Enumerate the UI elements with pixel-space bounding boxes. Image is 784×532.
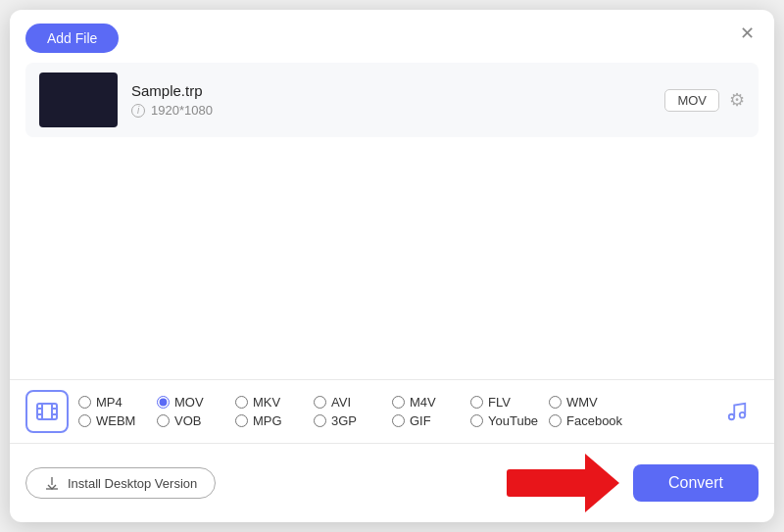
format-row-1: MP4 MOV MKV AVI M4V FLV WM [78,395,706,410]
music-icon[interactable] [715,390,759,433]
arrow-body [507,469,585,497]
file-thumbnail [39,73,118,127]
format-option-facebook[interactable]: Facebook [549,413,627,428]
file-info: Sample.trp i 1920*1080 [131,82,651,118]
file-item: Sample.trp i 1920*1080 MOV ⚙ [25,63,759,137]
info-icon: i [131,104,145,118]
close-button[interactable]: ✕ [735,22,759,45]
format-options-container: MP4 MOV MKV AVI M4V FLV WM [78,395,706,428]
format-option-vob[interactable]: VOB [157,413,235,428]
red-arrow-indicator [507,454,619,512]
file-name: Sample.trp [131,82,651,99]
settings-icon[interactable]: ⚙ [729,89,745,111]
svg-point-7 [729,414,735,420]
format-row-2: WEBM VOB MPG 3GP GIF YouTube [78,413,706,428]
format-option-mpg[interactable]: MPG [235,413,314,428]
format-option-avi[interactable]: AVI [314,395,392,410]
file-actions: MOV ⚙ [664,89,745,112]
install-button-label: Install Desktop Version [68,476,197,491]
format-option-wmv[interactable]: WMV [549,395,627,410]
add-file-button[interactable]: Add File [25,24,119,53]
format-badge[interactable]: MOV [664,89,719,112]
format-selector-area: MP4 MOV MKV AVI M4V FLV WM [10,379,774,443]
file-resolution: 1920*1080 [151,103,213,118]
format-option-m4v[interactable]: M4V [392,395,470,410]
film-icon[interactable] [25,390,69,433]
main-dialog: ✕ Add File Sample.trp i 1920*1080 MOV ⚙ [10,10,774,522]
arrow-head [585,454,619,512]
format-option-3gp[interactable]: 3GP [314,413,392,428]
format-option-mkv[interactable]: MKV [235,395,314,410]
format-option-mp4[interactable]: MP4 [78,395,157,410]
dialog-header: Add File [10,10,774,63]
format-option-webm[interactable]: WEBM [78,413,157,428]
install-desktop-button[interactable]: Install Desktop Version [25,467,216,499]
download-icon [44,475,60,491]
svg-rect-0 [37,404,57,419]
file-meta: i 1920*1080 [131,103,651,118]
convert-button[interactable]: Convert [633,464,759,502]
format-option-mov[interactable]: MOV [157,395,235,410]
svg-point-8 [740,412,746,418]
format-option-gif[interactable]: GIF [392,413,470,428]
format-option-flv[interactable]: FLV [470,395,549,410]
footer-right: Convert [507,454,759,512]
dialog-footer: Install Desktop Version Convert [10,443,774,522]
format-option-youtube[interactable]: YouTube [470,413,549,428]
file-list-area: Sample.trp i 1920*1080 MOV ⚙ [10,63,774,379]
